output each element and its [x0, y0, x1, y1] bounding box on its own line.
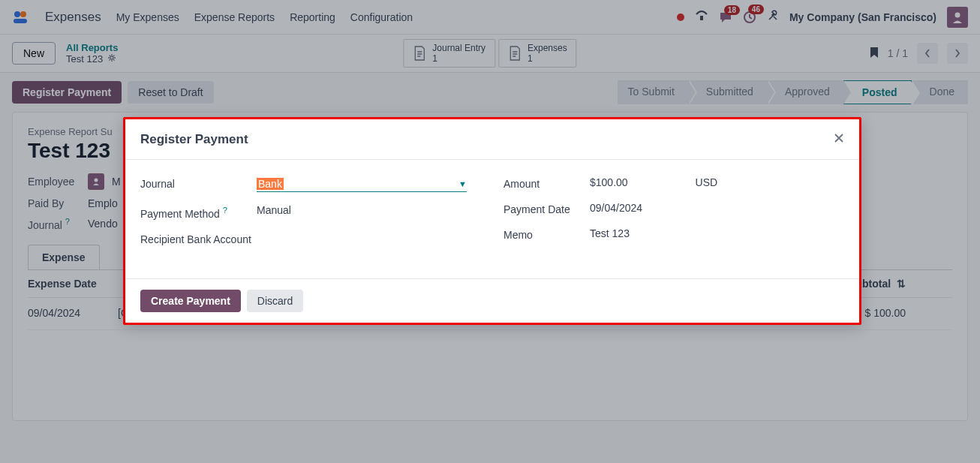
- modal-amount-currency: USD: [696, 176, 718, 188]
- create-payment-button[interactable]: Create Payment: [140, 290, 241, 312]
- modal-amount-label: Amount: [504, 176, 590, 190]
- modal-memo-value: Test 123: [590, 227, 844, 239]
- journal-dropdown[interactable]: Bank ▼: [257, 176, 467, 192]
- register-payment-modal: Register Payment Journal Bank ▼ Payment …: [123, 117, 861, 325]
- discard-button[interactable]: Discard: [247, 290, 303, 312]
- modal-method-value: Manual: [257, 204, 481, 216]
- chevron-down-icon: ▼: [458, 179, 467, 188]
- modal-title: Register Payment: [140, 132, 248, 147]
- modal-recipient-label: Recipient Bank Account: [140, 232, 257, 245]
- modal-journal-label: Journal: [140, 176, 257, 190]
- modal-close-button[interactable]: [834, 131, 844, 147]
- modal-memo-label: Memo: [504, 227, 590, 241]
- close-icon: [834, 133, 844, 143]
- modal-amount-value: $100.00: [590, 176, 628, 188]
- journal-selected-value: Bank: [257, 178, 284, 190]
- modal-date-value: 09/04/2024: [590, 202, 844, 214]
- help-icon[interactable]: ?: [223, 206, 227, 215]
- modal-method-label: Payment Method ?: [140, 204, 257, 220]
- modal-date-label: Payment Date: [504, 202, 590, 215]
